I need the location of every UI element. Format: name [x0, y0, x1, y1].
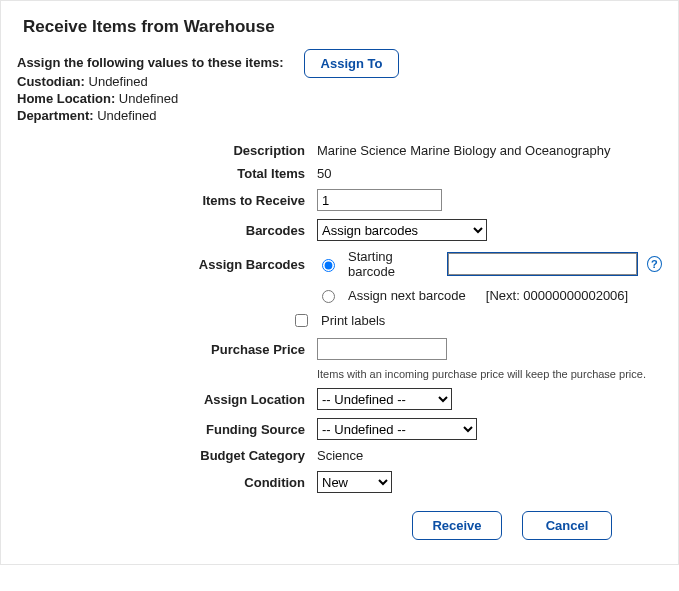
print-labels-label: Print labels [321, 313, 385, 328]
assign-summary: Assign the following values to these ite… [17, 55, 284, 125]
help-icon[interactable]: ? [647, 256, 662, 272]
receive-button[interactable]: Receive [412, 511, 502, 540]
assign-to-button[interactable]: Assign To [304, 49, 400, 78]
home-location-value: Undefined [119, 91, 178, 106]
assign-next-barcode-radio[interactable] [322, 290, 335, 303]
custodian-value: Undefined [89, 74, 148, 89]
purchase-price-input[interactable] [317, 338, 447, 360]
starting-barcode-input[interactable] [448, 253, 637, 275]
custodian-label: Custodian: [17, 74, 85, 89]
action-bar: Receive Cancel [17, 511, 662, 540]
purchase-price-hint: Items with an incoming purchase price wi… [317, 368, 646, 380]
page-title: Receive Items from Warehouse [23, 17, 662, 37]
total-items-value: 50 [317, 166, 331, 181]
starting-barcode-label: Starting barcode [348, 249, 438, 279]
home-location-line: Home Location: Undefined [17, 91, 284, 106]
receive-items-panel: Receive Items from Warehouse Assign the … [0, 0, 679, 565]
description-label: Description [17, 143, 317, 158]
next-barcode-text: [Next: 00000000002006] [486, 288, 628, 303]
funding-source-label: Funding Source [17, 422, 317, 437]
total-items-label: Total Items [17, 166, 317, 181]
description-value: Marine Science Marine Biology and Oceano… [317, 143, 610, 158]
condition-label: Condition [17, 475, 317, 490]
barcodes-label: Barcodes [17, 223, 317, 238]
assign-barcodes-label: Assign Barcodes [17, 257, 317, 272]
budget-category-label: Budget Category [17, 448, 317, 463]
condition-select[interactable]: New [317, 471, 392, 493]
starting-barcode-radio[interactable] [322, 259, 335, 272]
barcodes-select[interactable]: Assign barcodes [317, 219, 487, 241]
assign-heading: Assign the following values to these ite… [17, 55, 284, 70]
items-to-receive-input[interactable] [317, 189, 442, 211]
cancel-button[interactable]: Cancel [522, 511, 612, 540]
department-value: Undefined [97, 108, 156, 123]
custodian-line: Custodian: Undefined [17, 74, 284, 89]
assign-location-select[interactable]: -- Undefined -- [317, 388, 452, 410]
assign-location-label: Assign Location [17, 392, 317, 407]
form-area: Description Marine Science Marine Biolog… [17, 143, 662, 540]
budget-category-value: Science [317, 448, 363, 463]
funding-source-select[interactable]: -- Undefined -- [317, 418, 477, 440]
purchase-price-label: Purchase Price [17, 342, 317, 357]
department-line: Department: Undefined [17, 108, 284, 123]
assign-summary-row: Assign the following values to these ite… [17, 55, 662, 125]
print-labels-checkbox[interactable] [295, 314, 308, 327]
items-to-receive-label: Items to Receive [17, 193, 317, 208]
assign-next-barcode-label: Assign next barcode [348, 288, 466, 303]
department-label: Department: [17, 108, 94, 123]
home-location-label: Home Location: [17, 91, 115, 106]
